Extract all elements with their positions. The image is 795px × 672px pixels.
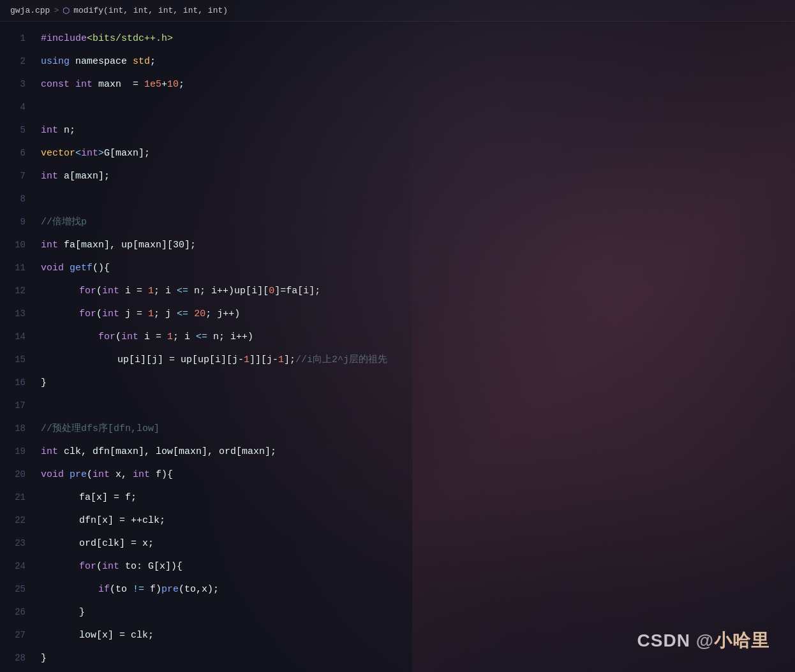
code-line: 18//预处理dfs序[dfn,low] [0, 417, 795, 440]
line-content: fa[x] = f; [38, 486, 795, 509]
code-line: 11void getf(){ [0, 256, 795, 279]
token-keyword2: using [41, 56, 70, 67]
token-keyword: for [79, 561, 96, 572]
line-number: 16 [0, 371, 38, 394]
token-white: i = [138, 332, 167, 342]
code-line: 21fa[x] = f; [0, 486, 795, 509]
token-keyword: for [98, 332, 115, 342]
line-content: int clk, dfn[maxn], low[maxn], ord[maxn]… [38, 441, 795, 464]
line-content: using namespace std; [38, 50, 795, 73]
token-white: ( [87, 469, 93, 480]
token-white: f) [144, 584, 161, 595]
token-keyword: int [102, 561, 119, 572]
token-white: n; i++) [207, 332, 253, 342]
line-number: 1 [0, 27, 38, 50]
token-keyword: if [98, 584, 110, 595]
token-white: ]; [284, 354, 295, 365]
token-white: ; [150, 56, 156, 67]
line-content: vector<int>G[maxn]; [38, 142, 795, 165]
token-white: ]][j- [249, 354, 278, 365]
token-white: x, [110, 469, 133, 480]
token-keyword: int [75, 79, 93, 90]
token-keyword: const [41, 79, 70, 90]
token-keyword: int [93, 469, 110, 480]
line-content: void pre(int x, int f){ [38, 464, 795, 486]
line-content: for(int i = 1; i <= n; i++)up[i][0]=fa[i… [38, 280, 795, 303]
line-number: 12 [0, 279, 38, 302]
token-white: f){ [150, 469, 173, 480]
token-white: ; [179, 79, 184, 90]
token-keyword: void [41, 263, 64, 274]
token-number: 20 [194, 309, 205, 319]
token-white [188, 309, 194, 319]
line-number: 2 [0, 50, 38, 73]
token-keyword: int [102, 309, 119, 319]
watermark-name: 小哈里 [714, 631, 769, 650]
token-white: fa[maxn], up[maxn][30]; [58, 240, 196, 251]
line-content: int n; [38, 119, 795, 142]
line-number: 14 [0, 325, 38, 348]
token-keyword: int [41, 446, 58, 457]
token-white: maxn = [93, 79, 144, 90]
line-number: 3 [0, 73, 38, 96]
code-line: 25if(to != f)pre(to,x); [0, 578, 795, 601]
token-cyan: <= [196, 332, 207, 342]
line-number: 4 [0, 96, 38, 119]
line-number: 20 [0, 463, 38, 486]
token-white: (to,x); [179, 584, 219, 595]
line-number: 26 [0, 601, 38, 624]
code-line: 10int fa[maxn], up[maxn][30]; [0, 233, 795, 256]
token-white: namespace [70, 56, 133, 67]
token-white: ( [96, 309, 102, 319]
breadcrumb-icon: ⬡ [63, 6, 70, 16]
line-content: } [38, 372, 795, 395]
token-white: ( [96, 286, 102, 296]
line-number: 25 [0, 578, 38, 601]
token-number: 1 [167, 332, 173, 342]
code-line: 2using namespace std; [0, 50, 795, 73]
token-white: ; i [154, 286, 177, 296]
line-content: ord[clk] = x; [38, 532, 795, 555]
token-keyword: int [102, 286, 119, 296]
code-line: 4 [0, 96, 795, 119]
token-comment: //倍增找p [41, 217, 87, 228]
line-number: 21 [0, 486, 38, 509]
line-number: 10 [0, 233, 38, 256]
token-cyan: <= [177, 309, 188, 319]
token-keyword: int [121, 332, 138, 342]
code-line: 14for(int i = 1; i <= n; i++) [0, 325, 795, 348]
line-number: 18 [0, 417, 38, 440]
code-line: 8 [0, 187, 795, 210]
token-number: 10 [167, 79, 179, 90]
line-content: for(int i = 1; i <= n; i++) [38, 326, 795, 349]
token-number: 1 [148, 309, 154, 319]
line-number: 5 [0, 119, 38, 142]
token-white: ; i [173, 332, 196, 342]
line-content: for(int j = 1; j <= 20; j++) [38, 303, 795, 326]
token-cyan: < [75, 148, 81, 159]
token-comment: //预处理dfs序[dfn,low] [41, 423, 160, 434]
code-line: 3const int maxn = 1e5+10; [0, 73, 795, 96]
token-white: } [41, 377, 47, 388]
line-number: 8 [0, 187, 38, 210]
token-func: getf [70, 263, 93, 274]
token-number: 1e5 [144, 79, 161, 90]
line-number: 17 [0, 394, 38, 417]
token-number: 1 [148, 286, 154, 296]
code-line: 15up[i][j] = up[up[i][j-1]][j-1];//i向上2^… [0, 348, 795, 371]
line-content: //倍增找p [38, 211, 795, 234]
token-keyword: for [79, 309, 96, 319]
line-number: 9 [0, 210, 38, 233]
line-number: 27 [0, 624, 38, 646]
line-content: const int maxn = 1e5+10; [38, 73, 795, 96]
line-number: 24 [0, 555, 38, 578]
token-func: pre [70, 469, 87, 480]
token-func: pre [161, 584, 179, 595]
code-line: 16} [0, 371, 795, 394]
token-number: 1 [244, 354, 249, 365]
token-white: (){ [93, 263, 110, 274]
breadcrumb: gwja.cpp > ⬡ modify(int, int, int, int, … [0, 0, 795, 22]
token-white: } [79, 607, 85, 618]
token-std: std [133, 56, 150, 67]
token-keyword: int [133, 469, 150, 480]
